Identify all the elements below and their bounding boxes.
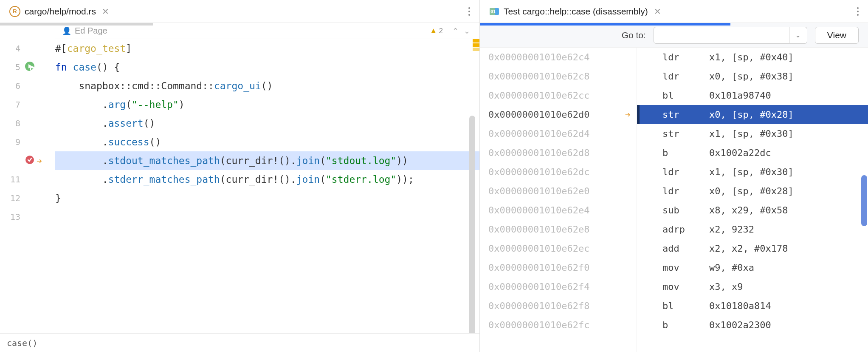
instruction-row[interactable]: strx1, [sp, #0x30] [637, 124, 868, 143]
code-line[interactable]: fn case() { [55, 58, 479, 77]
close-tab-icon[interactable]: ✕ [102, 6, 109, 17]
tab-label: Test cargo::help::case (disassembly) [504, 6, 648, 17]
address-cell[interactable]: 0x00000001010e62e0 [480, 182, 637, 201]
address-cell[interactable]: 0x00000001010e62e8 [480, 220, 637, 239]
code-line[interactable]: .assert() [55, 114, 479, 133]
address-cell[interactable]: 0x00000001010e62c8 [480, 67, 637, 86]
line-number[interactable]: 8 [0, 118, 25, 128]
run-gutter-icon[interactable] [25, 61, 35, 74]
goto-input[interactable] [654, 27, 789, 44]
instruction-row[interactable]: subx8, x29, #0x58 [637, 201, 868, 220]
tab-active-indicator [480, 23, 730, 26]
code-line[interactable]: .success() [55, 133, 479, 151]
address-cell[interactable]: 0x00000001010e62f0 [480, 258, 637, 277]
editor-tab-bar: R cargo/help/mod.rs ✕ [0, 0, 479, 23]
line-number[interactable]: 12 [0, 193, 25, 203]
next-occurrence-icon[interactable]: ⌄ [464, 26, 470, 36]
goto-toolbar: Go to: ⌄ View [480, 23, 868, 48]
warning-count: 2 [439, 27, 443, 35]
line-number[interactable]: 4 [0, 43, 25, 54]
breadcrumb-bar[interactable]: case() [0, 333, 479, 352]
line-number[interactable]: 5 [0, 62, 25, 72]
prev-occurrence-icon[interactable]: ⌃ [452, 26, 459, 36]
goto-label: Go to: [622, 30, 646, 40]
code-line[interactable]: .stderr_matches_path(curr_dir!().join("s… [55, 170, 479, 189]
execution-pointer-icon: ➔ [625, 109, 631, 120]
breakpoint-hit-icon[interactable] [25, 155, 35, 167]
chevron-down-icon: ⌄ [795, 31, 801, 40]
code-line[interactable]: .stdout_matches_path(curr_dir!().join("s… [55, 151, 479, 170]
address-cell[interactable]: 0x00000001010e62d0➔ [480, 105, 637, 124]
tab-disassembly[interactable]: 01 Test cargo::help::case (disassembly) … [483, 0, 667, 23]
tab-label: cargo/help/mod.rs [25, 6, 96, 17]
instruction-row[interactable]: strx0, [sp, #0x28] [637, 105, 868, 124]
instruction-row[interactable]: ldrx0, [sp, #0x28] [637, 182, 868, 201]
disassembly-file-icon: 01 [489, 6, 499, 17]
instruction-row[interactable]: adrpx2, 9232 [637, 220, 868, 239]
code-line[interactable]: .arg("--help") [55, 95, 479, 114]
code-line[interactable]: #[cargo_test] [55, 39, 479, 58]
address-cell[interactable]: 0x00000001010e62c4 [480, 48, 637, 67]
tab-overflow-menu[interactable] [851, 5, 865, 18]
view-button[interactable]: View [815, 27, 859, 44]
source-editor-pane: R cargo/help/mod.rs ✕ 👤 Ed Page ▲ 2 ⌃ ⌄ [0, 0, 480, 352]
line-number[interactable]: 11 [0, 174, 25, 185]
line-number[interactable]: 6 [0, 81, 25, 91]
editor-scrollbar[interactable] [469, 116, 475, 333]
execution-pointer-icon: ➔ [37, 156, 42, 166]
code-line[interactable]: } [55, 189, 479, 207]
instruction-row[interactable]: addx2, x2, #0x178 [637, 239, 868, 258]
address-cell[interactable]: 0x00000001010e62d4 [480, 124, 637, 143]
vertical-dots-icon [468, 7, 470, 16]
breadcrumb-symbol: case() [7, 338, 37, 348]
disasm-scrollbar[interactable] [861, 175, 867, 226]
address-cell[interactable]: 0x00000001010e62cc [480, 86, 637, 105]
source-code-area[interactable]: #[cargo_test]fn case() { snapbox::cmd::C… [55, 39, 479, 333]
disassembly-pane: 01 Test cargo::help::case (disassembly) … [480, 0, 868, 352]
instruction-row[interactable]: movw9, #0xa [637, 258, 868, 277]
instruction-row[interactable]: ldrx1, [sp, #0x30] [637, 162, 868, 182]
tab-overflow-menu[interactable] [462, 5, 476, 18]
address-cell[interactable]: 0x00000001010e62d8 [480, 143, 637, 162]
instruction-row[interactable]: ldrx0, [sp, #0x38] [637, 67, 868, 86]
code-line[interactable] [55, 207, 479, 226]
instruction-column[interactable]: ldrx1, [sp, #0x40]ldrx0, [sp, #0x38]bl0x… [637, 48, 868, 352]
editor-body: 456789➔111213 #[cargo_test]fn case() { s… [0, 39, 479, 333]
instruction-row[interactable]: ldrx1, [sp, #0x40] [637, 48, 868, 67]
address-cell[interactable]: 0x00000001010e62f8 [480, 296, 637, 315]
close-tab-icon[interactable]: ✕ [654, 6, 661, 17]
goto-dropdown-toggle[interactable]: ⌄ [789, 27, 807, 44]
vertical-dots-icon [857, 7, 859, 16]
instruction-row[interactable]: movx3, x9 [637, 277, 868, 296]
line-number-gutter[interactable]: 456789➔111213 [0, 39, 55, 333]
line-number[interactable]: 7 [0, 99, 25, 110]
instruction-row[interactable]: bl0x101a98740 [637, 86, 868, 105]
address-cell[interactable]: 0x00000001010e62f4 [480, 277, 637, 296]
address-column[interactable]: 0x00000001010e62c40x00000001010e62c80x00… [480, 48, 637, 352]
line-number[interactable]: 9 [0, 137, 25, 147]
rust-file-icon: R [9, 6, 20, 17]
svg-text:01: 01 [490, 9, 496, 14]
instruction-row[interactable]: b0x1002a2300 [637, 315, 868, 335]
address-cell[interactable]: 0x00000001010e62dc [480, 162, 637, 182]
tab-scrubber[interactable] [0, 23, 153, 26]
tab-source-file[interactable]: R cargo/help/mod.rs ✕ [3, 0, 115, 23]
instruction-row[interactable]: b0x1002a22dc [637, 143, 868, 162]
line-number[interactable]: 13 [0, 212, 25, 222]
address-cell[interactable]: 0x00000001010e62fc [480, 315, 637, 335]
address-cell[interactable]: 0x00000001010e62e4 [480, 201, 637, 220]
warning-icon[interactable]: ▲ [430, 26, 437, 35]
disassembly-body: 0x00000001010e62c40x00000001010e62c80x00… [480, 48, 868, 352]
address-cell[interactable]: 0x00000001010e62ec [480, 239, 637, 258]
author-icon: 👤 [62, 26, 71, 36]
code-line[interactable]: snapbox::cmd::Command::cargo_ui() [55, 77, 479, 95]
author-name: Ed Page [75, 26, 107, 36]
disasm-tab-bar: 01 Test cargo::help::case (disassembly) … [480, 0, 868, 23]
instruction-row[interactable]: bl0x10180a814 [637, 296, 868, 315]
